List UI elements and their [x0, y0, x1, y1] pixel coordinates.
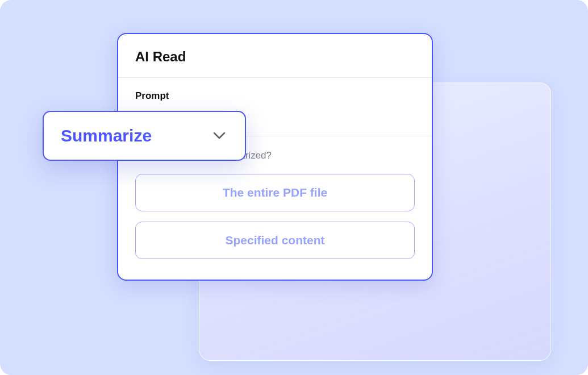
- panel-header: AI Read: [118, 34, 432, 78]
- canvas-background: AI Read Prompt What needs to be summariz…: [0, 0, 588, 375]
- chevron-down-icon: [213, 130, 226, 142]
- option-specified-content-button[interactable]: Specified content: [135, 222, 415, 259]
- prompt-type-dropdown[interactable]: Summarize: [43, 111, 246, 161]
- panel-title: AI Read: [135, 49, 415, 65]
- prompt-label: Prompt: [135, 90, 415, 102]
- option-entire-pdf-button[interactable]: The entire PDF file: [135, 174, 415, 211]
- dropdown-selected-value: Summarize: [61, 126, 152, 145]
